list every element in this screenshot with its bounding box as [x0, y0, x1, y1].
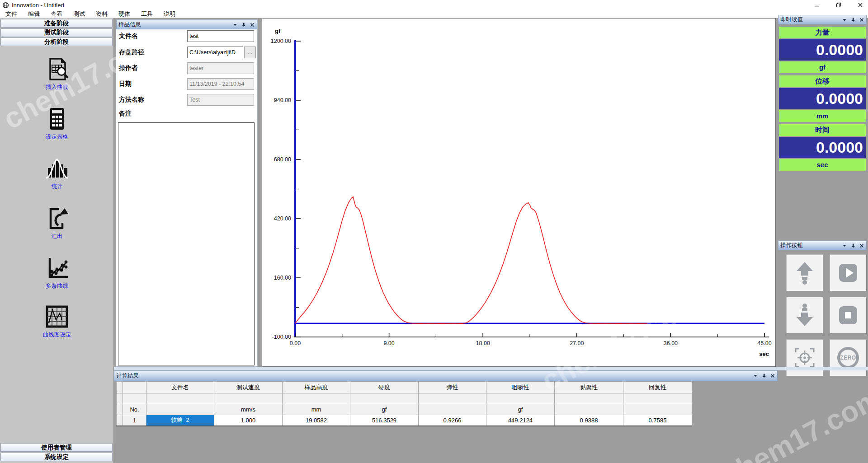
pin-icon[interactable] [761, 373, 767, 379]
chevron-down-icon[interactable] [842, 17, 847, 23]
close-icon[interactable] [770, 373, 775, 379]
data-cell[interactable]: 516.3529 [350, 415, 419, 426]
data-cell[interactable]: 19.0582 [283, 415, 350, 426]
tool-export[interactable]: 汇出 [0, 206, 114, 240]
close-icon[interactable] [859, 17, 864, 23]
menu-item-4[interactable]: 资料 [90, 10, 113, 18]
tool-multi-curve[interactable]: 多条曲线 [0, 255, 114, 290]
data-cell[interactable]: 软糖_2 [146, 415, 214, 426]
pin-icon[interactable] [241, 22, 246, 28]
x-tick-label: 18.00 [476, 340, 490, 346]
app-logo-icon [2, 2, 9, 9]
sample-info-panel: 样品信息 文件名存盘路径...操作者日期方法名称备注 [116, 19, 258, 367]
data-cell[interactable]: 0.9266 [419, 415, 486, 426]
x-tick-label: 27.00 [570, 340, 584, 346]
field-input-2[interactable] [187, 62, 254, 74]
y-tick-label: 680.00 [274, 156, 291, 163]
column-header: 测试速度 [214, 382, 283, 393]
position-button[interactable] [786, 339, 823, 376]
statistics-icon [44, 156, 70, 181]
tool-label: 插入曲线 [0, 84, 114, 91]
force-curve [295, 197, 648, 324]
zero-button[interactable]: ZERO [830, 339, 867, 376]
pin-icon[interactable] [850, 243, 856, 248]
jog-down-button[interactable] [786, 297, 823, 334]
stage-tab-0[interactable]: 准备阶段 [0, 19, 113, 28]
menu-item-5[interactable]: 硬体 [113, 10, 136, 18]
chevron-down-icon[interactable] [842, 243, 847, 248]
row-number[interactable]: 1 [123, 415, 146, 426]
empty-cell [117, 393, 123, 404]
stage-tab-2[interactable]: 分析阶段 [0, 37, 113, 46]
reading-value: 0.0000 [779, 137, 866, 158]
y-tick-label: 940.00 [274, 97, 291, 103]
data-cell[interactable]: 0.7585 [623, 415, 692, 426]
column-header: 黏聚性 [555, 382, 623, 393]
tool-chart-settings[interactable]: 曲线图设定 [0, 304, 114, 339]
run-button[interactable] [830, 254, 867, 291]
tool-table-setup[interactable]: 设定表格 [0, 106, 114, 141]
x-tick-label: 45.00 [757, 340, 771, 346]
unit-cell: gf [350, 404, 419, 415]
results-table: 文件名测试速度样品高度硬度弹性咀嚼性黏聚性回复性No.mm/smmgfgf1软糖… [116, 381, 692, 426]
close-icon[interactable] [859, 243, 864, 248]
bottom-tab-1[interactable]: 系统设定 [0, 453, 113, 461]
action-buttons-header: 操作按钮 [778, 241, 867, 250]
close-button[interactable] [855, 1, 865, 9]
field-label: 文件名 [119, 32, 138, 40]
field-input-0[interactable] [187, 30, 254, 42]
unit-cell: mm [283, 404, 350, 415]
run-icon [835, 260, 861, 285]
menu-item-7[interactable]: 说明 [158, 10, 181, 18]
minimize-button[interactable] [812, 1, 822, 9]
live-readings-panel: 即时读值 力量0.0000gf位移0.0000mm时间0.0000sec [778, 15, 867, 174]
tool-label: 汇出 [0, 233, 114, 240]
tool-insert-curve[interactable]: 插入曲线 [0, 56, 114, 91]
field-row: 方法名称 [119, 94, 255, 106]
data-cell[interactable]: 449.2124 [486, 415, 555, 426]
data-cell[interactable]: 0.9388 [555, 415, 623, 426]
field-input-3[interactable] [187, 78, 254, 90]
reading-2: 时间0.0000sec [779, 124, 866, 171]
notes-textarea[interactable] [118, 122, 255, 365]
stop-button[interactable] [830, 297, 867, 334]
chevron-down-icon[interactable] [753, 373, 758, 379]
field-input-4[interactable] [187, 94, 254, 106]
x-tick-label: 9.00 [383, 340, 394, 346]
menu-item-6[interactable]: 工具 [136, 10, 158, 18]
tool-statistics[interactable]: 统计 [0, 156, 114, 191]
field-label: 存盘路径 [119, 48, 144, 56]
browse-button[interactable]: ... [244, 47, 256, 58]
menu-item-1[interactable]: 编辑 [23, 10, 45, 18]
restore-button[interactable] [834, 1, 844, 9]
close-icon[interactable] [250, 22, 255, 28]
menu-item-2[interactable]: 查看 [45, 10, 68, 18]
bottom-tab-0[interactable]: 使用者管理 [0, 443, 113, 452]
reading-0: 力量0.0000gf [779, 27, 866, 73]
menu-item-3[interactable]: 测试 [68, 10, 90, 18]
table-row: 1软糖_21.00019.0582516.35290.9266449.21240… [117, 415, 692, 426]
stage-tab-1[interactable]: 测试阶段 [0, 28, 113, 37]
empty-cell [419, 393, 486, 404]
empty-cell [214, 393, 283, 404]
chevron-down-icon[interactable] [232, 22, 238, 28]
reading-label: 力量 [779, 27, 866, 38]
data-cell[interactable]: 1.000 [214, 415, 283, 426]
row-header-cell [123, 382, 146, 393]
y-axis-unit: gf [275, 28, 281, 34]
chart-settings-icon [44, 304, 70, 329]
y-tick-label: 1200.00 [271, 38, 291, 44]
tool-label: 设定表格 [0, 133, 114, 141]
panel-title: 即时读值 [780, 16, 842, 23]
pin-icon[interactable] [850, 17, 856, 23]
field-row: 操作者 [119, 62, 255, 74]
reading-unit: sec [779, 159, 866, 171]
menu-item-0[interactable]: 文件 [0, 10, 23, 18]
sidebar: 准备阶段测试阶段分析阶段插入曲线设定表格统计汇出多条曲线曲线图设定使用者管理系统… [0, 18, 114, 463]
horizontal-splitter[interactable] [114, 367, 868, 370]
jog-up-button[interactable] [786, 254, 823, 291]
empty-cell [623, 393, 692, 404]
insert-curve-icon [44, 56, 70, 82]
field-input-1[interactable] [187, 47, 243, 58]
unit-cell: gf [486, 404, 555, 415]
